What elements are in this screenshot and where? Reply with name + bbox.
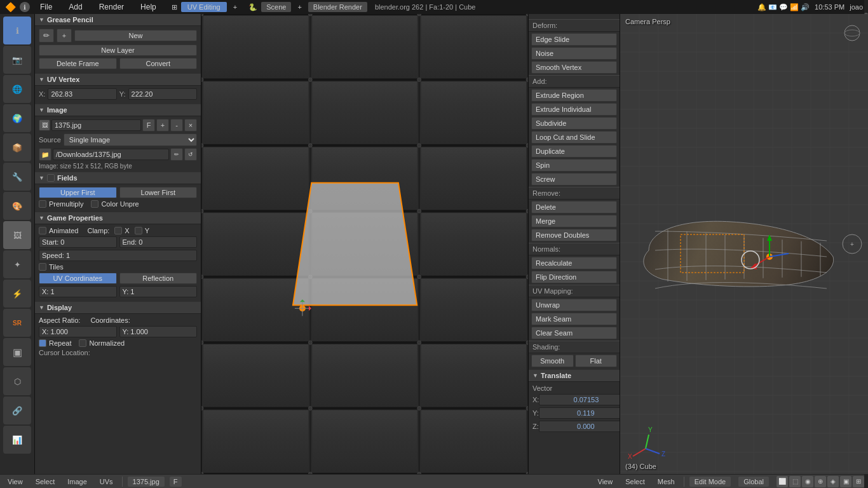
sidebar-icon-terminal[interactable]: ▣: [3, 338, 31, 366]
reflection-btn[interactable]: Reflection: [119, 273, 198, 284]
info-menu-icon[interactable]: ℹ: [20, 2, 30, 12]
aspect-x-field[interactable]: [39, 326, 117, 337]
sidebar-icon-data[interactable]: 📊: [3, 426, 31, 454]
vector-x-field[interactable]: [539, 394, 620, 405]
sidebar-icon-scene[interactable]: 🌐: [3, 75, 31, 103]
scene-add[interactable]: +: [295, 3, 304, 11]
icon-btn-5[interactable]: ◈: [827, 476, 839, 487]
fields-checkbox[interactable]: [47, 174, 55, 182]
noise-btn[interactable]: Noise: [531, 47, 617, 60]
sidebar-icon-object[interactable]: 📦: [3, 133, 31, 161]
fields-header[interactable]: ▼ Fields: [35, 172, 201, 184]
premultiply-check[interactable]: [39, 200, 46, 208]
start-field[interactable]: [39, 236, 117, 248]
plus-icon-btn[interactable]: +: [57, 29, 72, 43]
smooth-vertex-btn[interactable]: Smooth Vertex: [531, 61, 617, 74]
path-field[interactable]: [53, 149, 169, 160]
duplicate-btn[interactable]: Duplicate: [531, 145, 617, 158]
edge-slide-btn[interactable]: Edge Slide: [531, 33, 617, 46]
icon-btn-6[interactable]: ▣: [840, 476, 851, 487]
new-button[interactable]: New: [74, 30, 197, 41]
bottom-mesh-menu[interactable]: Mesh: [654, 478, 679, 485]
vector-z-field[interactable]: [539, 421, 620, 432]
display-header[interactable]: ▼ Display: [35, 302, 201, 314]
new-layer-button[interactable]: New Layer: [39, 44, 197, 56]
spin-btn[interactable]: Spin: [531, 159, 617, 172]
end-field[interactable]: [119, 236, 198, 248]
sidebar-icon-world[interactable]: 🌍: [3, 104, 31, 132]
aspect-y-field[interactable]: [119, 326, 198, 337]
bottom-global[interactable]: Global: [738, 477, 769, 487]
bottom-edit-mode[interactable]: Edit Mode: [689, 477, 731, 487]
icon-btn-7[interactable]: ⊞: [853, 476, 864, 487]
pencil-icon-btn[interactable]: ✏: [39, 29, 54, 43]
delete-frame-button[interactable]: Delete Frame: [39, 58, 117, 69]
icon-btn-3[interactable]: ◉: [802, 476, 813, 487]
add-menu[interactable]: Add: [62, 0, 88, 14]
image-plus-btn[interactable]: +: [156, 119, 169, 132]
flat-btn[interactable]: Flat: [575, 355, 618, 367]
subdivide-btn[interactable]: Subdivide: [531, 117, 617, 130]
file-menu[interactable]: File: [34, 0, 58, 14]
upper-first-btn[interactable]: Upper First: [39, 187, 117, 198]
speed-field[interactable]: [39, 250, 197, 261]
3d-canvas[interactable]: [620, 14, 868, 474]
delete-btn[interactable]: Delete: [531, 201, 617, 214]
vector-y-field[interactable]: [539, 407, 620, 419]
unwrap-btn[interactable]: Unwrap: [531, 299, 617, 311]
sidebar-icon-info[interactable]: ℹ: [3, 17, 31, 44]
source-select[interactable]: Single Image Movie Image Sequence: [64, 133, 197, 146]
sidebar-icon-render[interactable]: 📷: [3, 46, 31, 74]
tiles-check[interactable]: [39, 263, 46, 271]
image-header[interactable]: ▼ Image: [35, 104, 201, 116]
path-edit-icon[interactable]: ✏: [170, 148, 183, 161]
normalized-check[interactable]: [79, 339, 86, 347]
uv-viewport[interactable]: [201, 14, 528, 474]
sidebar-icon-modifier[interactable]: 🔧: [3, 163, 31, 191]
3d-viewport[interactable]: Camera Persp (34) Cube: [620, 14, 868, 474]
loop-cut-btn[interactable]: Loop Cut and Slide: [531, 131, 617, 144]
uv-coordinates-btn[interactable]: UV Coordinates: [39, 273, 117, 284]
remove-doubles-btn[interactable]: Remove Doubles: [531, 229, 617, 241]
sidebar-icon-material[interactable]: 🎨: [3, 192, 31, 220]
bottom-view-right[interactable]: View: [594, 478, 617, 485]
clear-seam-btn[interactable]: Clear Seam: [531, 327, 617, 339]
game-props-header[interactable]: ▼ Game Properties: [35, 212, 201, 224]
icon-btn-2[interactable]: ⬚: [789, 476, 801, 487]
bottom-uvs-menu[interactable]: UVs: [96, 478, 117, 485]
tile-y-field[interactable]: [119, 286, 198, 297]
icon-btn-4[interactable]: ⊕: [815, 476, 826, 487]
screw-btn[interactable]: Screw: [531, 173, 617, 186]
render-menu[interactable]: Render: [93, 0, 130, 14]
clamp-y-check[interactable]: [135, 227, 142, 234]
uv-vertex-header[interactable]: ▼ UV Vertex: [35, 74, 201, 86]
sidebar-icon-texture[interactable]: 🖼: [3, 221, 31, 249]
merge-btn[interactable]: Merge: [531, 215, 617, 227]
animated-check[interactable]: [39, 227, 46, 234]
image-minus-btn[interactable]: -: [170, 119, 183, 132]
image-name-field[interactable]: [51, 119, 141, 131]
workspace-add[interactable]: +: [231, 3, 240, 11]
help-menu[interactable]: Help: [134, 0, 163, 14]
bottom-view-left[interactable]: View: [4, 478, 27, 485]
color-unpre-check[interactable]: [91, 200, 98, 208]
uv-canvas[interactable]: [201, 14, 528, 474]
smooth-btn[interactable]: Smooth: [531, 355, 574, 367]
sidebar-icon-particle[interactable]: ✦: [3, 250, 31, 278]
flip-direction-btn[interactable]: Flip Direction: [531, 271, 617, 283]
lower-first-btn[interactable]: Lower First: [119, 187, 198, 198]
y-field[interactable]: [128, 88, 197, 100]
icon-btn-1[interactable]: ⬜: [776, 476, 788, 487]
tile-x-field[interactable]: [39, 286, 117, 297]
bottom-select-left[interactable]: Select: [32, 478, 59, 485]
renderer-select[interactable]: Blender Render: [308, 2, 367, 12]
clamp-x-check[interactable]: [114, 227, 122, 234]
bottom-image-menu[interactable]: Image: [64, 478, 91, 485]
sidebar-icon-node[interactable]: ⬡: [3, 367, 31, 395]
recalculate-btn[interactable]: Recalculate: [531, 257, 617, 269]
bottom-select-right[interactable]: Select: [621, 478, 649, 485]
x-field[interactable]: [48, 88, 116, 100]
extrude-region-btn[interactable]: Extrude Region: [531, 89, 617, 102]
folder-icon[interactable]: 📁: [39, 148, 51, 161]
extrude-individual-btn[interactable]: Extrude Individual: [531, 103, 617, 116]
